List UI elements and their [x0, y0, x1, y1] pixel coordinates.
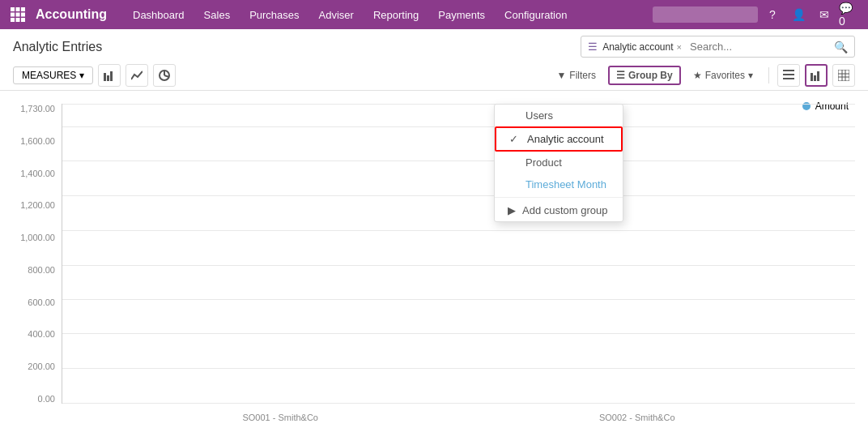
filters-button[interactable]: ▼ Filters: [549, 66, 603, 84]
svg-rect-9: [104, 73, 106, 81]
dropdown-label-timesheet-month: Timesheet Month: [525, 178, 606, 190]
nav-item-adviser[interactable]: Adviser: [311, 0, 362, 29]
grid-line-6: [62, 299, 855, 300]
table-view-button[interactable]: [832, 64, 855, 87]
help-icon[interactable]: ?: [761, 3, 784, 26]
y-axis: 1,730.00 1,600.00 1,400.00 1,200.00 1,00…: [13, 104, 62, 404]
filter-tag-text: Analytic account: [602, 41, 673, 53]
group-by-icon: ☰: [616, 70, 625, 81]
svg-rect-10: [107, 75, 109, 81]
check-icon-analytic-account: ✓: [509, 133, 521, 145]
measures-arrow-icon: ▾: [79, 70, 84, 81]
nav-item-purchases[interactable]: Purchases: [241, 0, 307, 29]
y-label-0: 1,730.00: [20, 104, 55, 113]
grid-line-4: [62, 230, 855, 231]
group-by-dropdown: Users ✓ Analytic account Product Timeshe…: [494, 104, 623, 222]
star-icon: ★: [693, 70, 702, 81]
filter-icon: ▼: [556, 70, 566, 81]
favorites-arrow-icon: ▾: [748, 70, 753, 81]
svg-rect-16: [783, 74, 794, 75]
check-icon-product: [508, 156, 519, 169]
nav-item-payments[interactable]: Payments: [430, 0, 493, 29]
chart-plot: SO001 - Smith&Co SO002 - Smith&Co: [62, 104, 855, 404]
filter-tag-icon: ☰: [588, 41, 598, 53]
mail-icon[interactable]: ✉: [813, 3, 836, 26]
custom-group-arrow-icon: ▶: [508, 204, 516, 216]
toolbar: MEASURES ▾ ▼ Filters ☰ Group By ★ Favori…: [0, 61, 868, 91]
svg-rect-20: [817, 71, 819, 81]
x-label-so002: SO002 - Smith&Co: [599, 413, 675, 422]
pie-chart-type-button[interactable]: [153, 64, 176, 87]
page-title: Analytic Entries: [13, 40, 102, 54]
grid-line-2: [62, 160, 855, 161]
svg-rect-2: [21, 7, 25, 11]
filters-label: Filters: [569, 70, 596, 81]
bar-chart-type-button[interactable]: [98, 64, 121, 87]
page-header: Analytic Entries ☰ Analytic account × 🔍: [0, 29, 868, 61]
app-title: Accounting: [36, 7, 107, 22]
dropdown-item-users[interactable]: Users: [495, 105, 623, 126]
svg-rect-0: [11, 7, 15, 11]
y-label-3: 1,200.00: [20, 200, 55, 210]
nav-item-dashboard[interactable]: Dashboard: [125, 0, 193, 29]
nav-item-reporting[interactable]: Reporting: [365, 0, 427, 29]
svg-rect-18: [811, 73, 813, 81]
messages-icon[interactable]: 💬 0: [839, 3, 862, 26]
y-label-1: 1,600.00: [20, 136, 55, 146]
top-navigation: Accounting Dashboard Sales Purchases Adv…: [0, 0, 868, 29]
dropdown-label-product: Product: [525, 156, 562, 169]
dropdown-item-product[interactable]: Product: [495, 152, 623, 173]
analytic-account-filter-tag[interactable]: Analytic account ×: [602, 41, 682, 53]
svg-rect-21: [838, 70, 849, 81]
svg-rect-4: [16, 13, 20, 17]
grid-line-7: [62, 333, 855, 334]
dropdown-label-users: Users: [525, 109, 553, 122]
dropdown-item-timesheet-month[interactable]: Timesheet Month: [495, 173, 623, 195]
line-chart-type-button[interactable]: [126, 64, 148, 87]
favorites-button[interactable]: ★ Favorites ▾: [686, 66, 760, 84]
x-label-so001: SO001 - Smith&Co: [242, 413, 318, 422]
grid-line-9: [62, 403, 855, 404]
svg-rect-7: [16, 18, 20, 22]
dropdown-divider: [495, 197, 623, 198]
y-label-6: 600.00: [28, 297, 55, 307]
divider: [768, 67, 769, 83]
dropdown-item-analytic-account[interactable]: ✓ Analytic account: [495, 126, 623, 152]
bar-view-button[interactable]: [805, 64, 828, 87]
nav-item-sales[interactable]: Sales: [196, 0, 239, 29]
svg-rect-17: [783, 78, 794, 79]
grid-line-0: [62, 104, 855, 105]
dropdown-label-analytic-account: Analytic account: [527, 133, 604, 145]
check-icon-timesheet-month: [508, 178, 519, 190]
y-label-5: 800.00: [28, 265, 55, 275]
y-label-7: 400.00: [28, 329, 55, 339]
y-label-9: 0.00: [38, 394, 55, 404]
nav-item-configuration[interactable]: Configuration: [496, 0, 575, 29]
measures-label: MEASURES: [22, 70, 76, 81]
search-input[interactable]: [687, 39, 829, 54]
grid-line-3: [62, 195, 855, 196]
svg-rect-6: [11, 18, 15, 22]
grid-line-5: [62, 265, 855, 266]
y-label-4: 1,000.00: [20, 233, 55, 242]
user-icon[interactable]: 👤: [787, 3, 810, 26]
app-grid-icon[interactable]: [6, 3, 29, 26]
measures-button[interactable]: MEASURES ▾: [13, 66, 93, 84]
chart-container: 1,730.00 1,600.00 1,400.00 1,200.00 1,00…: [13, 104, 855, 404]
favorites-label: Favorites: [705, 70, 745, 81]
global-search-input[interactable]: [653, 6, 758, 23]
group-by-button[interactable]: ☰ Group By: [608, 66, 681, 85]
grid-line-1: [62, 126, 855, 127]
filter-tag-close[interactable]: ×: [677, 42, 682, 52]
svg-rect-5: [21, 13, 25, 17]
search-icon[interactable]: 🔍: [834, 41, 848, 53]
svg-rect-1: [16, 7, 20, 11]
list-view-button[interactable]: [777, 64, 800, 87]
svg-rect-15: [783, 70, 794, 71]
chart-area: Amount 1,730.00 1,600.00 1,400.00 1,200.…: [0, 91, 868, 439]
y-label-2: 1,400.00: [20, 169, 55, 178]
dropdown-item-custom-group[interactable]: ▶ Add custom group: [495, 199, 623, 221]
y-label-8: 200.00: [28, 362, 55, 371]
grid-line-8: [62, 368, 855, 369]
svg-rect-11: [110, 71, 113, 81]
